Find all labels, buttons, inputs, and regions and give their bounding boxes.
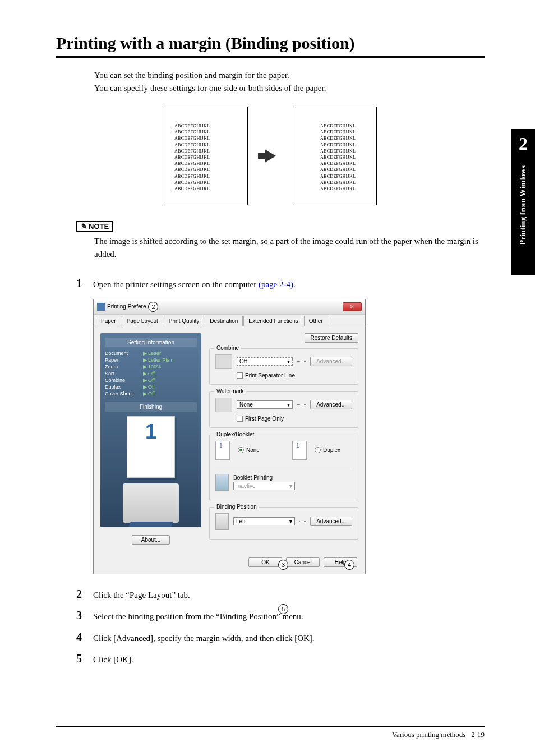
about-button[interactable]: About... — [132, 535, 170, 545]
page-link[interactable]: (page 2-4) — [259, 280, 293, 289]
watermark-advanced-button[interactable]: Advanced... — [310, 400, 352, 409]
step-2-number: 2 — [76, 588, 93, 601]
duplex-page-icon — [292, 441, 307, 460]
duplex-duplex-radio[interactable]: Duplex — [315, 447, 340, 453]
intro-line-1: You can set the binding position and mar… — [94, 69, 485, 82]
chapter-number: 2 — [519, 133, 528, 154]
booklet-icon — [215, 474, 229, 491]
tab-extended-functions[interactable]: Extended Functions — [243, 316, 303, 326]
callout-4: 4 — [344, 560, 354, 570]
print-separator-checkbox[interactable]: Print Separator Line — [237, 372, 352, 379]
step-3-text: Select the binding position from the “Bi… — [93, 609, 303, 623]
watermark-icon — [215, 398, 232, 412]
chevron-down-icon: ▾ — [289, 518, 292, 524]
dialog-footer: OK Cancel Help — [94, 553, 365, 574]
watermark-dropdown[interactable]: None▾ — [237, 400, 293, 409]
duplex-booklet-group: Duplex/Booklet None Duplex Bo — [209, 435, 358, 500]
close-icon: ✕ — [350, 304, 354, 310]
step-4-text: Click [Advanced], specify the margin wid… — [93, 631, 315, 645]
combine-label: Combine — [214, 345, 241, 351]
radio-icon — [238, 447, 244, 453]
printer-icon — [123, 483, 179, 523]
page-footer: Various printing methods 2-19 — [392, 730, 485, 739]
setting-info-header: Setting Information — [105, 338, 197, 347]
binding-position-label: Binding Position — [214, 504, 259, 510]
step-5-text: Click [OK]. — [93, 652, 133, 666]
callout-3: 3 — [278, 560, 288, 570]
chapter-tab: 2 Printing from Windows — [511, 129, 535, 275]
page-title: Printing with a margin (Binding position… — [56, 34, 485, 58]
duplex-booklet-label: Duplex/Booklet — [214, 431, 256, 437]
close-button[interactable]: ✕ — [343, 302, 362, 311]
step-1-text: Open the printer settings screen on the … — [93, 277, 296, 291]
tab-paper[interactable]: Paper — [96, 316, 121, 326]
combine-advanced-button[interactable]: Advanced... — [310, 357, 352, 366]
callout-5: 5 — [278, 604, 288, 614]
step-5-number: 5 — [76, 652, 93, 665]
step-2-text: Click the “Page Layout” tab. — [93, 588, 190, 602]
combine-icon — [215, 354, 232, 369]
right-panel: Restore Defaults Combine Off▾ Advanced..… — [209, 333, 358, 546]
finishing-preview: 1 — [127, 416, 175, 478]
tab-destination[interactable]: Destination — [205, 316, 243, 326]
tab-page-layout[interactable]: Page Layout — [122, 316, 163, 326]
step-3-number: 3 — [76, 609, 93, 622]
cancel-button[interactable]: Cancel — [286, 557, 320, 567]
note-text: The image is shifted according to the se… — [94, 235, 485, 260]
note-icon: ✎ — [80, 222, 86, 231]
ok-button[interactable]: OK — [248, 557, 282, 567]
binding-position-group: Binding Position Left▾ Advanced... — [209, 507, 358, 540]
margin-diagram: ABCDEFGHIJKL ABCDEFGHIJKL ABCDEFGHIJKL A… — [56, 107, 485, 205]
binding-position-dropdown[interactable]: Left▾ — [233, 517, 295, 525]
checkbox-icon — [237, 372, 243, 379]
step-4-number: 4 — [76, 631, 93, 644]
step-1-number: 1 — [76, 277, 93, 290]
intro-line-2: You can specify these settings for one s… — [94, 82, 485, 95]
none-page-icon — [215, 441, 230, 460]
finishing-header: Finishing — [105, 402, 197, 412]
first-page-only-checkbox[interactable]: First Page Only — [237, 416, 352, 422]
tab-other[interactable]: Other — [304, 316, 328, 326]
intro-block: You can set the binding position and mar… — [94, 69, 485, 94]
arrow-right-icon — [265, 149, 276, 163]
tab-print-quality[interactable]: Print Quality — [164, 316, 204, 326]
chevron-down-icon: ▾ — [289, 483, 292, 489]
step-2: 2 Click the “Page Layout” tab. — [76, 588, 485, 602]
setting-information-panel: Setting Information Document▶Letter Pape… — [100, 333, 201, 527]
combine-group: Combine Off▾ Advanced... Print Separator… — [209, 348, 358, 385]
chevron-down-icon: ▾ — [287, 402, 290, 408]
combine-dropdown[interactable]: Off▾ — [237, 357, 293, 366]
diagram-page-after: ABCDEFGHIJKL ABCDEFGHIJKL ABCDEFGHIJKL A… — [293, 107, 377, 205]
step-1: 1 Open the printer settings screen on th… — [76, 277, 485, 291]
binding-advanced-button[interactable]: Advanced... — [310, 517, 352, 526]
footer-divider — [56, 726, 485, 727]
booklet-printing-label: Booklet Printing — [233, 474, 352, 481]
diagram-page-before: ABCDEFGHIJKL ABCDEFGHIJKL ABCDEFGHIJKL A… — [164, 107, 248, 205]
watermark-label: Watermark — [214, 388, 246, 394]
duplex-none-radio[interactable]: None — [238, 447, 260, 453]
footer-section: Various printing methods — [392, 730, 465, 739]
note-label: NOTE — [89, 222, 109, 231]
app-icon — [97, 303, 105, 311]
printing-preferences-dialog: Printing Prefere 2 ✕ Paper Page Layout P… — [93, 299, 366, 574]
booklet-printing-dropdown[interactable]: Inactive▾ — [233, 482, 295, 490]
restore-defaults-button[interactable]: Restore Defaults — [305, 333, 358, 343]
chevron-down-icon: ▾ — [287, 358, 290, 365]
binding-icon — [215, 513, 229, 530]
chapter-side-label: Printing from Windows — [519, 165, 528, 245]
dialog-titlebar: Printing Prefere 2 ✕ — [94, 299, 365, 315]
footer-page-number: 2-19 — [471, 730, 485, 739]
callout-2: 2 — [148, 302, 158, 312]
tab-strip: Paper Page Layout Print Quality Destinat… — [94, 315, 365, 326]
radio-icon — [315, 447, 321, 453]
checkbox-icon — [237, 416, 243, 422]
step-4: 4 Click [Advanced], specify the margin w… — [76, 631, 485, 645]
step-5: 5 Click [OK]. — [76, 652, 485, 666]
left-panel: Setting Information Document▶Letter Pape… — [100, 333, 201, 546]
watermark-group: Watermark None▾ Advanced... First Page O… — [209, 391, 358, 428]
note-badge: ✎ NOTE — [76, 221, 113, 232]
dialog-title: Printing Prefere — [107, 303, 146, 310]
